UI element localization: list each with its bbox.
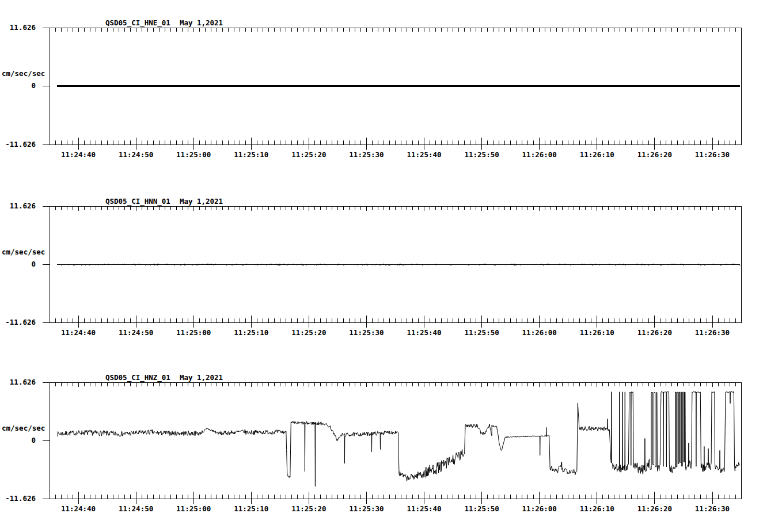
trace-waveform: [57, 392, 739, 487]
x-tick-label: 11:25:50: [456, 505, 508, 513]
x-tick-label: 11:25:30: [340, 151, 392, 159]
x-tick-label: 11:25:50: [456, 329, 508, 337]
x-tick-label: 11:24:50: [110, 151, 162, 159]
trace-noisy-flat: [57, 264, 741, 265]
y-axis-unit-label: cm/sec/sec: [2, 248, 54, 256]
y-max-label: 11.626: [0, 378, 36, 386]
x-tick-label: 11:25:10: [225, 151, 277, 159]
y-max-label: 11.626: [0, 202, 36, 210]
x-tick-label: 11:26:20: [629, 151, 681, 159]
x-tick-label: 11:26:00: [514, 505, 565, 513]
x-tick-label: 11:25:30: [340, 505, 392, 513]
y-axis-unit-label: cm/sec/sec: [2, 424, 54, 432]
y-zero-label: 0: [0, 436, 36, 444]
y-max-label: 11.626: [0, 24, 36, 32]
x-tick-label: 11:26:20: [629, 329, 681, 337]
x-tick-label: 11:25:20: [283, 151, 335, 159]
chart-header: QSD05_CI_HNN_01May 1,2021: [105, 197, 223, 206]
x-tick-label: 11:24:40: [52, 151, 104, 159]
chart-header: QSD05_CI_HNE_01May 1,2021: [105, 19, 223, 27]
x-tick-label: 11:25:00: [168, 329, 219, 337]
chart-group-QSD05_CI_HNZ_01: [43, 382, 741, 504]
x-tick-label: 11:25:40: [398, 505, 450, 513]
x-tick-label: 11:25:40: [398, 329, 450, 337]
x-tick-label: 11:25:50: [456, 151, 508, 159]
major-ticks: [43, 28, 712, 150]
x-tick-label: 11:26:30: [686, 329, 738, 337]
x-tick-label: 11:26:00: [514, 151, 565, 159]
x-tick-label: 11:25:20: [283, 329, 335, 337]
y-min-label: -11.626: [0, 495, 36, 503]
x-tick-label: 11:25:00: [168, 505, 219, 513]
y-zero-label: 0: [0, 82, 36, 90]
x-tick-label: 11:26:10: [571, 505, 623, 513]
x-tick-label: 11:25:10: [225, 505, 277, 513]
x-tick-label: 11:26:20: [629, 505, 681, 513]
x-tick-label: 11:24:50: [110, 505, 162, 513]
chart-title: QSD05_CI_HNZ_01: [105, 373, 170, 382]
x-tick-label: 11:26:10: [571, 151, 623, 159]
chart-date: May 1,2021: [180, 373, 223, 382]
x-tick-label: 11:25:10: [225, 329, 277, 337]
x-tick-label: 11:24:40: [52, 329, 104, 337]
chart-group-QSD05_CI_HNN_01: [43, 206, 741, 328]
y-min-label: -11.626: [0, 140, 36, 149]
x-tick-label: 11:25:00: [168, 151, 219, 159]
major-ticks: [43, 206, 712, 328]
x-tick-label: 11:25:30: [340, 329, 392, 337]
chart-title: QSD05_CI_HNE_01: [105, 18, 170, 27]
x-tick-label: 11:26:00: [514, 329, 565, 337]
y-axis-unit-label: cm/sec/sec: [2, 70, 54, 78]
x-tick-label: 11:26:30: [686, 505, 738, 513]
chart-group-QSD05_CI_HNE_01: [43, 28, 741, 150]
x-tick-label: 11:25:20: [283, 505, 335, 513]
plot-canvas: [0, 0, 782, 532]
seismogram-display: QSD05_CI_HNE_01May 1,2021 11.626 cm/sec/…: [0, 0, 782, 532]
plot-frame: [50, 382, 741, 499]
x-tick-label: 11:25:40: [398, 151, 450, 159]
chart-date: May 1,2021: [180, 18, 223, 27]
x-tick-label: 11:26:30: [686, 151, 738, 159]
chart-title: QSD05_CI_HNN_01: [105, 197, 170, 206]
chart-date: May 1,2021: [180, 197, 223, 206]
y-min-label: -11.626: [0, 318, 36, 326]
chart-header: QSD05_CI_HNZ_01May 1,2021: [105, 374, 223, 382]
x-tick-label: 11:24:50: [110, 329, 162, 337]
x-tick-label: 11:26:10: [571, 329, 623, 337]
y-zero-label: 0: [0, 260, 36, 268]
x-tick-label: 11:24:40: [52, 505, 104, 513]
